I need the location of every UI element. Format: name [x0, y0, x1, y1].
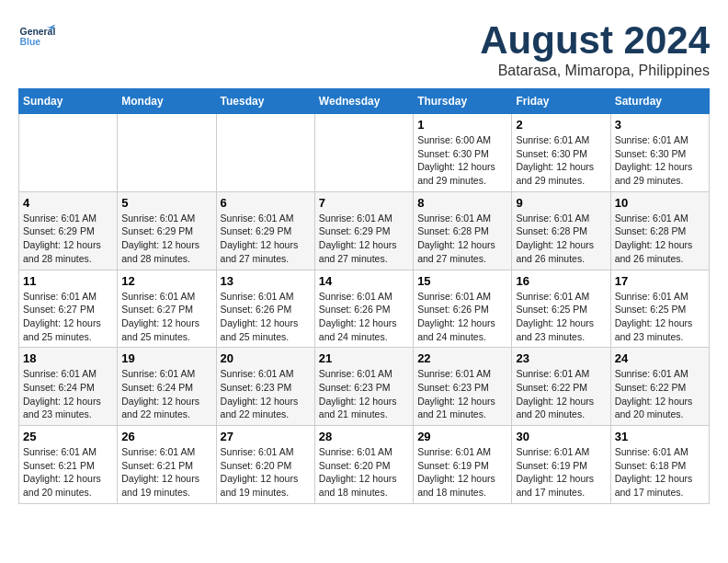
day-info: Sunrise: 6:01 AM Sunset: 6:27 PM Dayligh… — [23, 290, 113, 344]
day-info: Sunrise: 6:01 AM Sunset: 6:26 PM Dayligh… — [319, 290, 409, 344]
general-blue-logo-icon: General Blue — [18, 18, 55, 55]
day-number: 26 — [121, 430, 211, 443]
table-row: 23Sunrise: 6:01 AM Sunset: 6:22 PM Dayli… — [512, 348, 610, 426]
day-number: 22 — [417, 351, 507, 365]
day-number: 8 — [417, 196, 507, 210]
day-number: 6 — [221, 196, 311, 210]
day-info: Sunrise: 6:01 AM Sunset: 6:21 PM Dayligh… — [23, 445, 113, 500]
table-row: 27Sunrise: 6:01 AM Sunset: 6:20 PM Dayli… — [216, 426, 314, 504]
calendar-table: Sunday Monday Tuesday Wednesday Thursday… — [18, 88, 710, 504]
calendar-week-row: 25Sunrise: 6:01 AM Sunset: 6:21 PM Dayli… — [19, 426, 710, 504]
day-number: 30 — [516, 430, 606, 443]
table-row: 8Sunrise: 6:01 AM Sunset: 6:28 PM Daylig… — [414, 191, 512, 270]
day-number: 31 — [615, 430, 705, 443]
day-number: 18 — [23, 351, 113, 365]
day-info: Sunrise: 6:01 AM Sunset: 6:22 PM Dayligh… — [516, 367, 606, 421]
table-row: 24Sunrise: 6:01 AM Sunset: 6:22 PM Dayli… — [610, 348, 709, 426]
day-info: Sunrise: 6:01 AM Sunset: 6:21 PM Dayligh… — [121, 445, 211, 500]
day-number: 5 — [121, 196, 211, 210]
table-row: 11Sunrise: 6:01 AM Sunset: 6:27 PM Dayli… — [19, 270, 118, 348]
table-row: 9Sunrise: 6:01 AM Sunset: 6:28 PM Daylig… — [512, 191, 610, 270]
table-row: 22Sunrise: 6:01 AM Sunset: 6:23 PM Dayli… — [414, 348, 512, 426]
day-info: Sunrise: 6:01 AM Sunset: 6:23 PM Dayligh… — [417, 367, 507, 421]
table-row: 10Sunrise: 6:01 AM Sunset: 6:28 PM Dayli… — [610, 191, 709, 270]
table-row: 2Sunrise: 6:01 AM Sunset: 6:30 PM Daylig… — [512, 114, 610, 192]
day-info: Sunrise: 6:01 AM Sunset: 6:24 PM Dayligh… — [121, 367, 211, 421]
table-row — [314, 114, 413, 192]
table-row: 12Sunrise: 6:01 AM Sunset: 6:27 PM Dayli… — [118, 270, 216, 348]
day-number: 17 — [615, 274, 705, 288]
day-info: Sunrise: 6:01 AM Sunset: 6:19 PM Dayligh… — [417, 445, 507, 500]
location: Batarasa, Mimaropa, Philippines — [480, 63, 710, 79]
month-title: August 2024 — [480, 18, 710, 63]
day-info: Sunrise: 6:01 AM Sunset: 6:20 PM Dayligh… — [221, 445, 311, 500]
table-row: 18Sunrise: 6:01 AM Sunset: 6:24 PM Dayli… — [19, 348, 118, 426]
table-row: 15Sunrise: 6:01 AM Sunset: 6:26 PM Dayli… — [414, 270, 512, 348]
table-row: 14Sunrise: 6:01 AM Sunset: 6:26 PM Dayli… — [314, 270, 413, 348]
day-number: 14 — [319, 274, 409, 288]
day-info: Sunrise: 6:01 AM Sunset: 6:25 PM Dayligh… — [615, 290, 705, 344]
day-info: Sunrise: 6:01 AM Sunset: 6:23 PM Dayligh… — [319, 367, 409, 421]
table-row: 26Sunrise: 6:01 AM Sunset: 6:21 PM Dayli… — [118, 426, 216, 504]
table-row: 21Sunrise: 6:01 AM Sunset: 6:23 PM Dayli… — [314, 348, 413, 426]
table-row: 30Sunrise: 6:01 AM Sunset: 6:19 PM Dayli… — [512, 426, 610, 504]
table-row: 25Sunrise: 6:01 AM Sunset: 6:21 PM Dayli… — [19, 426, 118, 504]
table-row: 6Sunrise: 6:01 AM Sunset: 6:29 PM Daylig… — [216, 191, 314, 270]
day-info: Sunrise: 6:01 AM Sunset: 6:19 PM Dayligh… — [516, 445, 606, 500]
col-sunday: Sunday — [19, 89, 118, 114]
table-row: 29Sunrise: 6:01 AM Sunset: 6:19 PM Dayli… — [414, 426, 512, 504]
svg-text:Blue: Blue — [20, 37, 41, 47]
col-saturday: Saturday — [610, 89, 709, 114]
col-monday: Monday — [118, 89, 216, 114]
day-info: Sunrise: 6:01 AM Sunset: 6:24 PM Dayligh… — [23, 367, 113, 421]
table-row: 5Sunrise: 6:01 AM Sunset: 6:29 PM Daylig… — [118, 191, 216, 270]
day-number: 4 — [23, 196, 113, 210]
calendar-week-row: 18Sunrise: 6:01 AM Sunset: 6:24 PM Dayli… — [19, 348, 710, 426]
day-number: 29 — [417, 430, 507, 443]
day-number: 20 — [221, 351, 311, 365]
table-row: 19Sunrise: 6:01 AM Sunset: 6:24 PM Dayli… — [118, 348, 216, 426]
day-info: Sunrise: 6:01 AM Sunset: 6:30 PM Dayligh… — [516, 133, 606, 188]
table-row — [118, 114, 216, 192]
day-info: Sunrise: 6:01 AM Sunset: 6:28 PM Dayligh… — [516, 212, 606, 266]
day-number: 1 — [417, 118, 507, 132]
day-info: Sunrise: 6:01 AM Sunset: 6:18 PM Dayligh… — [615, 445, 705, 500]
day-number: 11 — [23, 274, 113, 288]
table-row: 16Sunrise: 6:01 AM Sunset: 6:25 PM Dayli… — [512, 270, 610, 348]
day-number: 3 — [615, 118, 705, 132]
day-number: 21 — [319, 351, 409, 365]
col-thursday: Thursday — [414, 89, 512, 114]
table-row — [19, 114, 118, 192]
day-number: 10 — [615, 196, 705, 210]
day-number: 28 — [319, 430, 409, 443]
table-row — [216, 114, 314, 192]
day-info: Sunrise: 6:01 AM Sunset: 6:29 PM Dayligh… — [221, 212, 311, 266]
table-row: 3Sunrise: 6:01 AM Sunset: 6:30 PM Daylig… — [610, 114, 709, 192]
calendar-week-row: 1Sunrise: 6:00 AM Sunset: 6:30 PM Daylig… — [19, 114, 710, 192]
day-info: Sunrise: 6:01 AM Sunset: 6:29 PM Dayligh… — [23, 212, 113, 266]
day-info: Sunrise: 6:01 AM Sunset: 6:30 PM Dayligh… — [615, 133, 705, 188]
col-wednesday: Wednesday — [314, 89, 413, 114]
table-row: 28Sunrise: 6:01 AM Sunset: 6:20 PM Dayli… — [314, 426, 413, 504]
table-row: 7Sunrise: 6:01 AM Sunset: 6:29 PM Daylig… — [314, 191, 413, 270]
day-info: Sunrise: 6:01 AM Sunset: 6:26 PM Dayligh… — [417, 290, 507, 344]
day-info: Sunrise: 6:01 AM Sunset: 6:28 PM Dayligh… — [615, 212, 705, 266]
day-info: Sunrise: 6:01 AM Sunset: 6:20 PM Dayligh… — [319, 445, 409, 500]
day-number: 15 — [417, 274, 507, 288]
title-block: August 2024 Batarasa, Mimaropa, Philippi… — [480, 18, 710, 79]
day-number: 13 — [221, 274, 311, 288]
day-number: 23 — [516, 351, 606, 365]
day-number: 2 — [516, 118, 606, 132]
col-friday: Friday — [512, 89, 610, 114]
calendar-week-row: 4Sunrise: 6:01 AM Sunset: 6:29 PM Daylig… — [19, 191, 710, 270]
day-number: 19 — [121, 351, 211, 365]
day-info: Sunrise: 6:01 AM Sunset: 6:29 PM Dayligh… — [121, 212, 211, 266]
calendar-week-row: 11Sunrise: 6:01 AM Sunset: 6:27 PM Dayli… — [19, 270, 710, 348]
table-row: 17Sunrise: 6:01 AM Sunset: 6:25 PM Dayli… — [610, 270, 709, 348]
day-info: Sunrise: 6:01 AM Sunset: 6:29 PM Dayligh… — [319, 212, 409, 266]
table-row: 4Sunrise: 6:01 AM Sunset: 6:29 PM Daylig… — [19, 191, 118, 270]
day-number: 25 — [23, 430, 113, 443]
table-row: 31Sunrise: 6:01 AM Sunset: 6:18 PM Dayli… — [610, 426, 709, 504]
table-row: 20Sunrise: 6:01 AM Sunset: 6:23 PM Dayli… — [216, 348, 314, 426]
day-number: 9 — [516, 196, 606, 210]
